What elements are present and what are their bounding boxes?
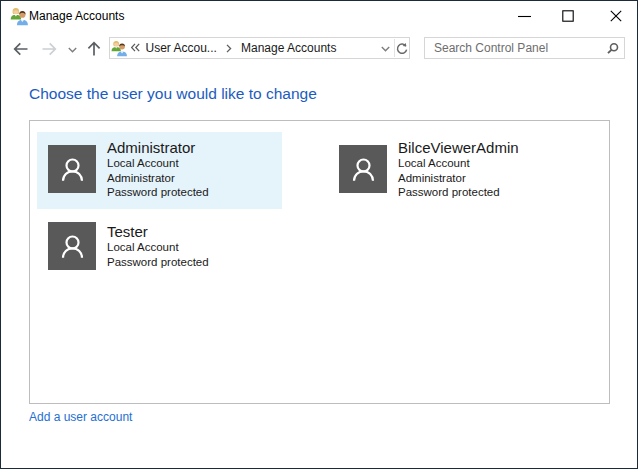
user-details: Local Account Password protected	[107, 240, 209, 270]
user-name: Tester	[107, 223, 209, 240]
maximize-button[interactable]	[545, 1, 590, 31]
search-icon[interactable]	[606, 41, 621, 56]
forward-button[interactable]	[40, 40, 58, 58]
user-text-block: BilceViewerAdmin Local Account Administr…	[398, 139, 519, 200]
user-tile-administrator[interactable]: Administrator Local Account Administrato…	[37, 132, 282, 209]
minimize-icon	[518, 10, 531, 23]
window-title: Manage Accounts	[29, 1, 124, 31]
add-user-account-link[interactable]: Add a user account	[29, 410, 132, 424]
breadcrumb-separator-icon[interactable]	[226, 44, 232, 53]
user-tile-tester[interactable]: Tester Local Account Password protected	[37, 209, 282, 286]
user-detail-line: Password protected	[107, 255, 209, 270]
breadcrumb-item-manage-accounts[interactable]: Manage Accounts	[241, 38, 336, 58]
user-detail-line: Administrator	[398, 171, 519, 186]
search-input[interactable]	[434, 38, 599, 58]
page-title: Choose the user you would like to change	[29, 86, 317, 102]
user-text-block: Administrator Local Account Administrato…	[107, 139, 209, 200]
user-detail-line: Password protected	[398, 185, 519, 200]
app-users-icon	[9, 6, 29, 26]
user-details: Local Account Administrator Password pro…	[398, 156, 519, 200]
user-detail-line: Local Account	[107, 156, 209, 171]
titlebar: Manage Accounts	[1, 1, 637, 33]
user-avatar-icon	[48, 145, 96, 193]
user-avatar-icon	[339, 145, 387, 193]
address-bar[interactable]: User Accou... Manage Accounts	[109, 37, 410, 59]
user-details: Local Account Administrator Password pro…	[107, 156, 209, 200]
user-avatar-icon	[48, 222, 96, 270]
user-name: BilceViewerAdmin	[398, 139, 519, 156]
back-button[interactable]	[12, 40, 30, 58]
user-detail-line: Password protected	[107, 185, 209, 200]
user-name: Administrator	[107, 139, 209, 156]
user-detail-line: Local Account	[107, 240, 209, 255]
user-text-block: Tester Local Account Password protected	[107, 223, 209, 270]
close-button[interactable]	[593, 1, 638, 31]
recent-pages-chevron-icon[interactable]	[68, 47, 77, 53]
user-list-panel: Administrator Local Account Administrato…	[29, 120, 610, 404]
breadcrumb-item-user-accounts[interactable]: User Accou...	[146, 38, 217, 58]
maximize-icon	[562, 10, 574, 22]
navigation-toolbar: User Accou... Manage Accounts	[1, 33, 637, 65]
user-detail-line: Administrator	[107, 171, 209, 186]
refresh-button[interactable]	[395, 42, 409, 56]
breadcrumb-overflow-icon[interactable]	[131, 43, 140, 52]
user-tile-bilcevieweradmin[interactable]: BilceViewerAdmin Local Account Administr…	[328, 132, 573, 209]
address-dropdown-icon[interactable]	[381, 46, 390, 52]
manage-accounts-window: Manage Accounts	[0, 0, 638, 469]
search-box	[424, 37, 625, 59]
close-icon	[610, 10, 622, 22]
minimize-button[interactable]	[502, 1, 547, 31]
breadcrumb-users-icon	[110, 39, 128, 57]
user-detail-line: Local Account	[398, 156, 519, 171]
up-button[interactable]	[85, 40, 103, 58]
